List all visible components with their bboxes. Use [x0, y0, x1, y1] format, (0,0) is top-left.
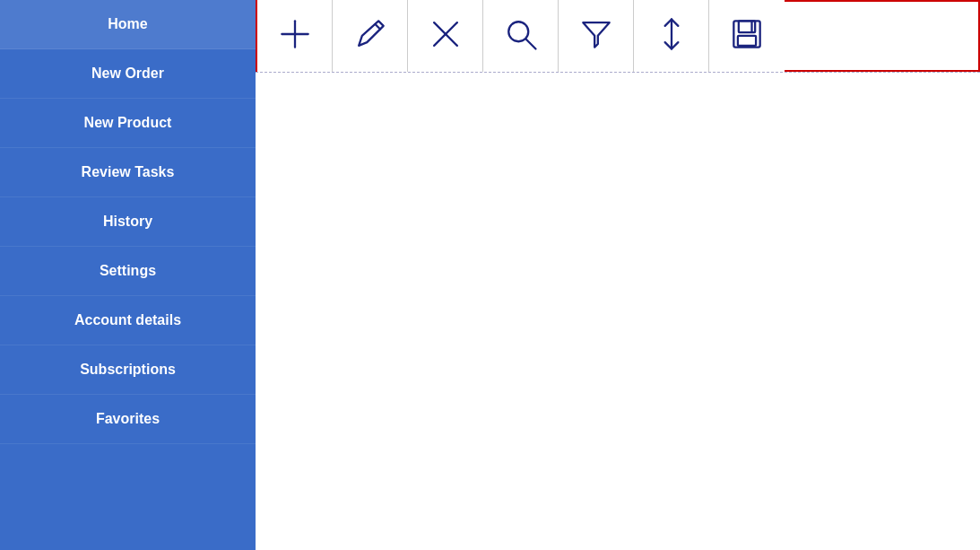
sidebar-item-new-product[interactable]: New Product [0, 99, 256, 148]
filter-icon [577, 14, 616, 57]
svg-line-6 [525, 39, 535, 49]
sidebar: HomeNew OrderNew ProductReview TasksHist… [0, 0, 256, 550]
edit-icon [351, 14, 390, 57]
toolbar-save-button[interactable] [709, 0, 785, 72]
svg-rect-10 [738, 36, 756, 46]
search-icon [501, 14, 541, 57]
sort-icon [652, 14, 691, 57]
toolbar-delete-button[interactable] [408, 0, 483, 72]
toolbar-add-button[interactable] [257, 0, 333, 72]
save-icon [727, 14, 767, 57]
close-icon [426, 14, 465, 57]
sidebar-item-account-details[interactable]: Account details [0, 296, 256, 345]
main-content [256, 0, 980, 550]
sidebar-item-subscriptions[interactable]: Subscriptions [0, 345, 256, 395]
sidebar-item-home[interactable]: Home [0, 0, 256, 49]
toolbar [256, 0, 980, 72]
toolbar-filter-button[interactable] [559, 0, 634, 72]
sidebar-item-favorites[interactable]: Favorites [0, 395, 256, 444]
toolbar-edit-button[interactable] [333, 0, 408, 72]
plus-icon [275, 14, 315, 57]
toolbar-sort-button[interactable] [634, 0, 709, 72]
content-area [256, 72, 980, 550]
sidebar-item-settings[interactable]: Settings [0, 247, 256, 296]
sidebar-item-history[interactable]: History [0, 197, 256, 247]
toolbar-search-button[interactable] [483, 0, 559, 72]
sidebar-item-review-tasks[interactable]: Review Tasks [0, 148, 256, 197]
sidebar-item-new-order[interactable]: New Order [0, 49, 256, 99]
svg-line-2 [375, 24, 380, 30]
